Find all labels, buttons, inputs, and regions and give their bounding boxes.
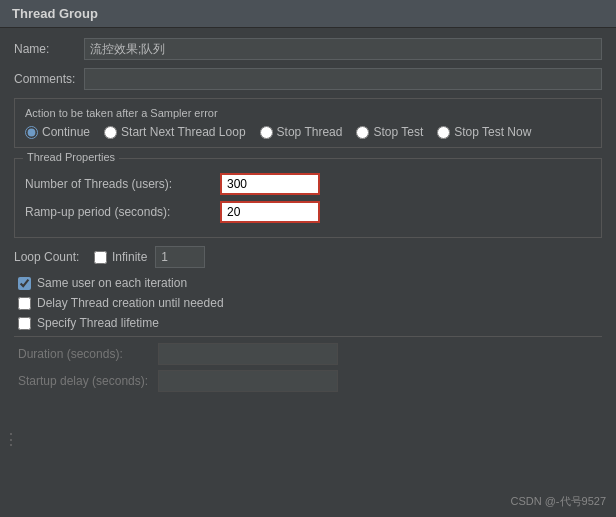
comments-row: Comments: (14, 68, 602, 90)
radio-stop-thread-label: Stop Thread (277, 125, 343, 139)
window-title: Thread Group (12, 6, 98, 21)
radio-stop-test-now-input[interactable] (437, 126, 450, 139)
radio-start-next-label: Start Next Thread Loop (121, 125, 246, 139)
duration-label: Duration (seconds): (18, 347, 158, 361)
startup-delay-label: Startup delay (seconds): (18, 374, 158, 388)
specify-lifetime-row: Specify Thread lifetime (14, 316, 602, 330)
comments-label: Comments: (14, 72, 84, 86)
num-threads-row: Number of Threads (users): (25, 173, 591, 195)
radio-stop-test-input[interactable] (356, 126, 369, 139)
radio-continue-label: Continue (42, 125, 90, 139)
name-input[interactable] (84, 38, 602, 60)
action-section: Action to be taken after a Sampler error… (14, 98, 602, 148)
delay-thread-checkbox[interactable] (18, 297, 31, 310)
radio-stop-test-now[interactable]: Stop Test Now (437, 125, 531, 139)
action-title: Action to be taken after a Sampler error (25, 107, 591, 119)
infinite-label: Infinite (112, 250, 147, 264)
delay-thread-label: Delay Thread creation until needed (37, 296, 224, 310)
thread-properties-title: Thread Properties (23, 151, 119, 163)
ramp-up-label: Ramp-up period (seconds): (25, 205, 220, 219)
radio-stop-thread-input[interactable] (260, 126, 273, 139)
radio-continue[interactable]: Continue (25, 125, 90, 139)
duration-row: Duration (seconds): (14, 343, 602, 365)
radio-stop-thread[interactable]: Stop Thread (260, 125, 343, 139)
specify-lifetime-label: Specify Thread lifetime (37, 316, 159, 330)
same-user-checkbox[interactable] (18, 277, 31, 290)
startup-delay-row: Startup delay (seconds): (14, 370, 602, 392)
loop-count-input[interactable] (155, 246, 205, 268)
action-radio-group: Continue Start Next Thread Loop Stop Thr… (25, 125, 591, 139)
title-bar: Thread Group (0, 0, 616, 28)
dots-decoration: ⋮ (3, 430, 16, 449)
specify-lifetime-checkbox[interactable] (18, 317, 31, 330)
name-label: Name: (14, 42, 84, 56)
infinite-checkbox-item[interactable]: Infinite (94, 250, 147, 264)
duration-input[interactable] (158, 343, 338, 365)
num-threads-label: Number of Threads (users): (25, 177, 220, 191)
comments-input[interactable] (84, 68, 602, 90)
startup-delay-input[interactable] (158, 370, 338, 392)
thread-properties-section: Thread Properties Number of Threads (use… (14, 158, 602, 238)
radio-continue-input[interactable] (25, 126, 38, 139)
ramp-up-row: Ramp-up period (seconds): (25, 201, 591, 223)
name-row: Name: (14, 38, 602, 60)
same-user-label: Same user on each iteration (37, 276, 187, 290)
radio-start-next-input[interactable] (104, 126, 117, 139)
delay-thread-row: Delay Thread creation until needed (14, 296, 602, 310)
divider (14, 336, 602, 337)
radio-stop-test-label: Stop Test (373, 125, 423, 139)
loop-count-row: Loop Count: Infinite (14, 246, 602, 268)
loop-count-label: Loop Count: (14, 250, 94, 264)
radio-stop-test-now-label: Stop Test Now (454, 125, 531, 139)
infinite-checkbox[interactable] (94, 251, 107, 264)
ramp-up-input[interactable] (220, 201, 320, 223)
watermark: CSDN @-代号9527 (510, 494, 606, 509)
num-threads-input[interactable] (220, 173, 320, 195)
radio-stop-test[interactable]: Stop Test (356, 125, 423, 139)
same-user-row: Same user on each iteration (14, 276, 602, 290)
radio-start-next[interactable]: Start Next Thread Loop (104, 125, 246, 139)
